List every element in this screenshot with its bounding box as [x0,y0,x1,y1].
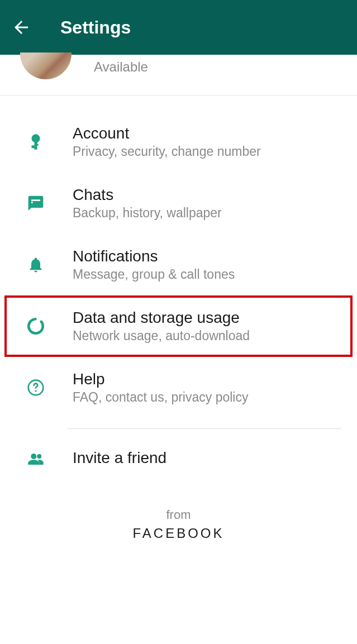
back-arrow-icon[interactable] [11,17,31,37]
item-title: Account [73,125,261,142]
svg-point-6 [35,390,36,392]
item-title: Help [73,370,248,388]
profile-row[interactable]: Available [0,55,357,96]
settings-item-chats[interactable]: Chats Backup, history, wallpaper [0,173,357,234]
settings-item-notifications[interactable]: Notifications Message, group & call tone… [0,234,357,295]
chat-icon [23,194,48,212]
key-icon [23,133,48,150]
profile-status: Available [94,59,148,75]
item-title: Data and storage usage [73,309,250,327]
help-icon [23,379,48,397]
settings-item-help[interactable]: Help FAQ, contact us, privacy policy [0,357,357,418]
footer-from-label: from [0,508,357,522]
item-subtitle: Message, group & call tones [73,267,235,282]
bell-icon [23,256,48,274]
item-title: Chats [73,186,222,204]
data-usage-icon [23,317,48,336]
settings-item-invite[interactable]: Invite a friend [0,433,357,484]
footer-brand-label: FACEBOOK [0,526,357,541]
settings-list: Account Privacy, security, change number… [0,96,357,484]
svg-point-4 [26,317,45,336]
svg-rect-3 [35,141,38,143]
svg-rect-2 [35,144,39,146]
item-subtitle: Network usage, auto-download [73,328,250,344]
item-subtitle: Backup, history, wallpaper [73,206,222,221]
svg-point-7 [31,454,36,459]
settings-item-data-storage[interactable]: Data and storage usage Network usage, au… [4,295,353,357]
app-header: Settings [0,0,357,55]
avatar [20,53,72,79]
item-title: Notifications [73,247,235,265]
footer: from FACEBOOK [0,508,357,541]
divider [67,428,341,429]
item-title: Invite a friend [73,449,166,467]
svg-point-8 [37,454,41,459]
settings-item-account[interactable]: Account Privacy, security, change number [0,111,357,173]
people-icon [23,451,48,468]
item-subtitle: Privacy, security, change number [73,144,261,159]
page-title: Settings [60,17,131,38]
item-subtitle: FAQ, contact us, privacy policy [73,390,248,405]
